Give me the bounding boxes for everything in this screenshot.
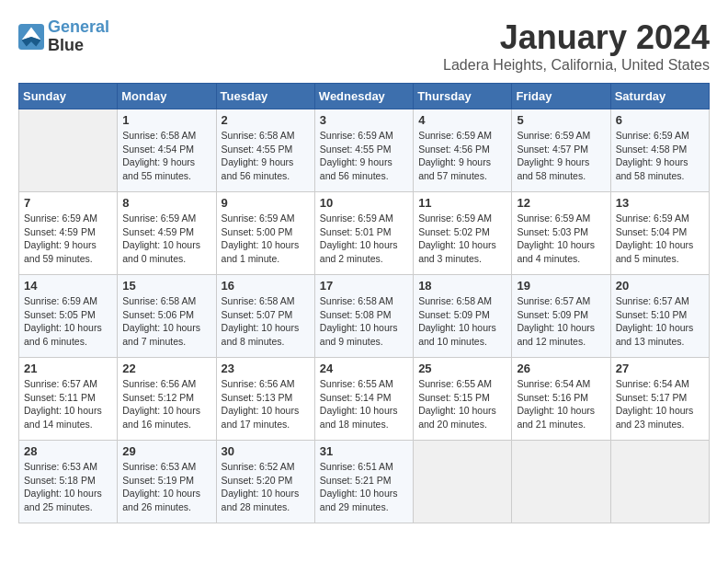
calendar-table: SundayMondayTuesdayWednesdayThursdayFrid… bbox=[18, 83, 710, 523]
logo-text: General Blue bbox=[48, 18, 109, 55]
calendar-week-row: 7Sunrise: 6:59 AM Sunset: 4:59 PM Daylig… bbox=[19, 192, 710, 275]
day-info: Sunrise: 6:59 AM Sunset: 4:57 PM Dayligh… bbox=[517, 129, 605, 183]
day-number: 9 bbox=[222, 196, 310, 210]
calendar-cell: 19Sunrise: 6:57 AM Sunset: 5:09 PM Dayli… bbox=[512, 275, 610, 358]
header-wednesday: Wednesday bbox=[314, 84, 413, 109]
day-info: Sunrise: 6:53 AM Sunset: 5:18 PM Dayligh… bbox=[24, 460, 112, 514]
calendar-cell: 24Sunrise: 6:55 AM Sunset: 5:14 PM Dayli… bbox=[314, 358, 413, 441]
day-number: 3 bbox=[320, 113, 408, 127]
calendar-cell: 26Sunrise: 6:54 AM Sunset: 5:16 PM Dayli… bbox=[512, 358, 610, 441]
day-number: 22 bbox=[122, 362, 210, 375]
day-info: Sunrise: 6:59 AM Sunset: 4:59 PM Dayligh… bbox=[24, 212, 112, 266]
day-number: 8 bbox=[122, 196, 210, 210]
calendar-cell: 14Sunrise: 6:59 AM Sunset: 5:05 PM Dayli… bbox=[19, 275, 118, 358]
logo-icon bbox=[18, 24, 44, 50]
day-number: 17 bbox=[320, 279, 408, 293]
day-number: 27 bbox=[616, 362, 704, 375]
day-info: Sunrise: 6:59 AM Sunset: 5:01 PM Dayligh… bbox=[320, 212, 408, 266]
day-number: 31 bbox=[320, 444, 408, 458]
calendar-cell: 29Sunrise: 6:53 AM Sunset: 5:19 PM Dayli… bbox=[118, 441, 216, 523]
calendar-cell: 25Sunrise: 6:55 AM Sunset: 5:15 PM Dayli… bbox=[414, 358, 512, 441]
day-number: 26 bbox=[517, 362, 605, 375]
day-info: Sunrise: 6:59 AM Sunset: 5:03 PM Dayligh… bbox=[517, 212, 605, 266]
calendar-cell: 6Sunrise: 6:59 AM Sunset: 4:58 PM Daylig… bbox=[610, 109, 709, 192]
calendar-cell: 7Sunrise: 6:59 AM Sunset: 4:59 PM Daylig… bbox=[19, 192, 118, 275]
day-info: Sunrise: 6:52 AM Sunset: 5:20 PM Dayligh… bbox=[222, 460, 310, 514]
calendar-cell: 11Sunrise: 6:59 AM Sunset: 5:02 PM Dayli… bbox=[414, 192, 512, 275]
calendar-cell: 8Sunrise: 6:59 AM Sunset: 4:59 PM Daylig… bbox=[118, 192, 216, 275]
day-info: Sunrise: 6:59 AM Sunset: 4:58 PM Dayligh… bbox=[616, 129, 704, 183]
day-number: 25 bbox=[418, 362, 506, 375]
title-block: January 2024 Ladera Heights, California,… bbox=[443, 18, 710, 74]
day-info: Sunrise: 6:57 AM Sunset: 5:09 PM Dayligh… bbox=[517, 294, 605, 349]
day-number: 21 bbox=[24, 362, 112, 375]
calendar-cell: 18Sunrise: 6:58 AM Sunset: 5:09 PM Dayli… bbox=[414, 275, 512, 358]
day-number: 1 bbox=[122, 113, 210, 127]
day-number: 29 bbox=[122, 444, 210, 458]
page-header: General Blue January 2024 Ladera Heights… bbox=[18, 18, 710, 74]
day-info: Sunrise: 6:58 AM Sunset: 4:55 PM Dayligh… bbox=[222, 129, 310, 183]
day-number: 12 bbox=[517, 196, 605, 210]
calendar-cell bbox=[19, 109, 118, 192]
location-subtitle: Ladera Heights, California, United State… bbox=[443, 57, 710, 74]
header-saturday: Saturday bbox=[610, 84, 709, 109]
day-number: 15 bbox=[122, 279, 210, 293]
day-number: 10 bbox=[320, 196, 408, 210]
day-number: 5 bbox=[517, 113, 605, 127]
day-number: 6 bbox=[616, 113, 704, 127]
calendar-cell bbox=[512, 441, 610, 523]
day-info: Sunrise: 6:59 AM Sunset: 5:00 PM Dayligh… bbox=[222, 212, 310, 266]
calendar-cell: 22Sunrise: 6:56 AM Sunset: 5:12 PM Dayli… bbox=[118, 358, 216, 441]
header-friday: Friday bbox=[512, 84, 610, 109]
day-number: 18 bbox=[418, 279, 506, 293]
day-info: Sunrise: 6:51 AM Sunset: 5:21 PM Dayligh… bbox=[320, 460, 408, 514]
calendar-cell: 9Sunrise: 6:59 AM Sunset: 5:00 PM Daylig… bbox=[216, 192, 314, 275]
calendar-cell: 28Sunrise: 6:53 AM Sunset: 5:18 PM Dayli… bbox=[19, 441, 118, 523]
calendar-cell: 16Sunrise: 6:58 AM Sunset: 5:07 PM Dayli… bbox=[216, 275, 314, 358]
day-number: 19 bbox=[517, 279, 605, 293]
header-thursday: Thursday bbox=[414, 84, 512, 109]
calendar-cell: 17Sunrise: 6:58 AM Sunset: 5:08 PM Dayli… bbox=[314, 275, 413, 358]
day-info: Sunrise: 6:57 AM Sunset: 5:10 PM Dayligh… bbox=[616, 294, 704, 349]
calendar-week-row: 1Sunrise: 6:58 AM Sunset: 4:54 PM Daylig… bbox=[19, 109, 710, 192]
day-number: 13 bbox=[616, 196, 704, 210]
calendar-cell: 3Sunrise: 6:59 AM Sunset: 4:55 PM Daylig… bbox=[314, 109, 413, 192]
day-info: Sunrise: 6:55 AM Sunset: 5:15 PM Dayligh… bbox=[418, 377, 506, 431]
day-info: Sunrise: 6:58 AM Sunset: 5:07 PM Dayligh… bbox=[222, 294, 310, 349]
day-number: 2 bbox=[222, 113, 310, 127]
calendar-cell: 10Sunrise: 6:59 AM Sunset: 5:01 PM Dayli… bbox=[314, 192, 413, 275]
day-number: 23 bbox=[222, 362, 310, 375]
calendar-cell: 20Sunrise: 6:57 AM Sunset: 5:10 PM Dayli… bbox=[610, 275, 709, 358]
day-number: 30 bbox=[222, 444, 310, 458]
day-info: Sunrise: 6:58 AM Sunset: 5:09 PM Dayligh… bbox=[418, 294, 506, 349]
calendar-week-row: 28Sunrise: 6:53 AM Sunset: 5:18 PM Dayli… bbox=[19, 441, 710, 523]
calendar-cell: 2Sunrise: 6:58 AM Sunset: 4:55 PM Daylig… bbox=[216, 109, 314, 192]
day-number: 11 bbox=[418, 196, 506, 210]
day-number: 7 bbox=[24, 196, 112, 210]
calendar-cell: 5Sunrise: 6:59 AM Sunset: 4:57 PM Daylig… bbox=[512, 109, 610, 192]
calendar-cell: 30Sunrise: 6:52 AM Sunset: 5:20 PM Dayli… bbox=[216, 441, 314, 523]
day-info: Sunrise: 6:57 AM Sunset: 5:11 PM Dayligh… bbox=[24, 377, 112, 431]
day-info: Sunrise: 6:59 AM Sunset: 4:56 PM Dayligh… bbox=[418, 129, 506, 183]
header-sunday: Sunday bbox=[19, 84, 118, 109]
calendar-cell: 12Sunrise: 6:59 AM Sunset: 5:03 PM Dayli… bbox=[512, 192, 610, 275]
day-info: Sunrise: 6:53 AM Sunset: 5:19 PM Dayligh… bbox=[122, 460, 210, 514]
day-info: Sunrise: 6:59 AM Sunset: 4:59 PM Dayligh… bbox=[122, 212, 210, 266]
day-info: Sunrise: 6:58 AM Sunset: 5:08 PM Dayligh… bbox=[320, 294, 408, 349]
logo: General Blue bbox=[18, 18, 109, 55]
day-info: Sunrise: 6:59 AM Sunset: 5:02 PM Dayligh… bbox=[418, 212, 506, 266]
day-info: Sunrise: 6:56 AM Sunset: 5:13 PM Dayligh… bbox=[222, 377, 310, 431]
day-info: Sunrise: 6:59 AM Sunset: 4:55 PM Dayligh… bbox=[320, 129, 408, 183]
day-info: Sunrise: 6:54 AM Sunset: 5:16 PM Dayligh… bbox=[517, 377, 605, 431]
month-title: January 2024 bbox=[443, 18, 710, 57]
day-info: Sunrise: 6:58 AM Sunset: 4:54 PM Dayligh… bbox=[122, 129, 210, 183]
day-number: 16 bbox=[222, 279, 310, 293]
calendar-cell: 13Sunrise: 6:59 AM Sunset: 5:04 PM Dayli… bbox=[610, 192, 709, 275]
day-info: Sunrise: 6:59 AM Sunset: 5:05 PM Dayligh… bbox=[24, 294, 112, 349]
calendar-week-row: 14Sunrise: 6:59 AM Sunset: 5:05 PM Dayli… bbox=[19, 275, 710, 358]
calendar-header-row: SundayMondayTuesdayWednesdayThursdayFrid… bbox=[19, 84, 710, 109]
calendar-cell bbox=[610, 441, 709, 523]
calendar-cell: 15Sunrise: 6:58 AM Sunset: 5:06 PM Dayli… bbox=[118, 275, 216, 358]
calendar-week-row: 21Sunrise: 6:57 AM Sunset: 5:11 PM Dayli… bbox=[19, 358, 710, 441]
calendar-cell: 21Sunrise: 6:57 AM Sunset: 5:11 PM Dayli… bbox=[19, 358, 118, 441]
